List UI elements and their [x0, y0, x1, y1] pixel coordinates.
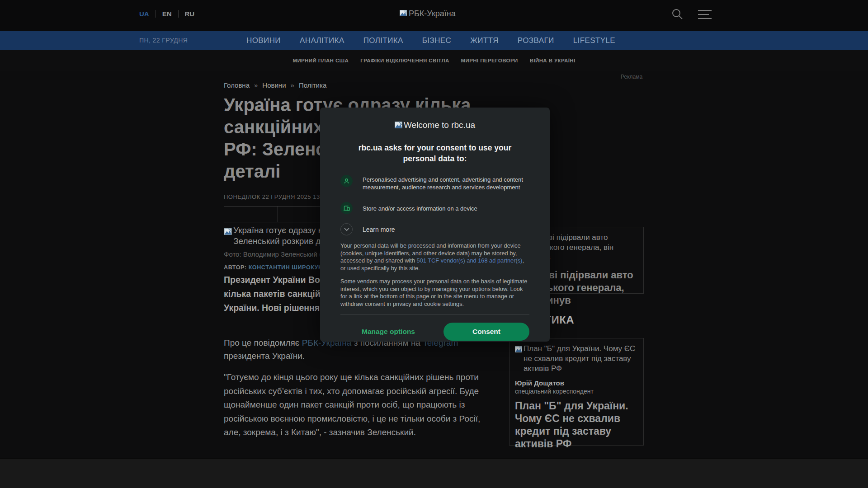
nav-item-polityka[interactable]: ПОЛІТИКА [363, 36, 403, 45]
broken-image-icon [400, 9, 407, 19]
bottom-ad-band [0, 458, 868, 488]
sidebar-author-role: спеціальний кореспондент [515, 388, 638, 395]
menu-icon[interactable] [698, 10, 712, 22]
topic-blackout-schedules[interactable]: ГРАФІКИ ВІДКЛЮЧЕННЯ СВІТЛА [360, 58, 449, 63]
nav-item-zhyttia[interactable]: ЖИТТЯ [470, 36, 499, 45]
breadcrumb: Головна » Новини » Політика [224, 81, 326, 89]
consent-purpose-store-access: Store and/or access information on a dev… [340, 202, 529, 214]
consent-paragraph-2: Some vendors may process your personal d… [340, 278, 529, 308]
manage-options-button[interactable]: Manage options [362, 328, 415, 336]
topics-bar: МИРНИЙ ПЛАН США ГРАФІКИ ВІДКЛЮЧЕННЯ СВІТ… [0, 50, 868, 71]
lang-ua[interactable]: UA [139, 10, 156, 18]
lang-ru[interactable]: RU [178, 10, 201, 18]
nav-item-novyny[interactable]: НОВИНИ [246, 36, 281, 45]
sidebar-author[interactable]: Юрій Дощатов [515, 379, 638, 387]
consent-heading: rbc.ua asks for your consent to use your… [351, 142, 519, 164]
navbar-date: ПН, 22 ГРУДНЯ [139, 37, 188, 44]
author-link[interactable]: КОНСТАНТИН ШИРОКУН [249, 264, 323, 271]
topic-peace-plan[interactable]: МИРНИЙ ПЛАН США [292, 58, 349, 63]
broken-image-icon [515, 344, 522, 374]
topic-war-in-ukraine[interactable]: ВІЙНА В УКРАЇНІ [530, 58, 576, 63]
sidebar-news-card[interactable]: План "Б" для України. Чому ЄС не схвалив… [509, 338, 644, 446]
person-check-icon [340, 175, 353, 187]
breadcrumb-news[interactable]: Новини [262, 81, 286, 89]
breadcrumb-separator: » [291, 81, 294, 89]
consent-dialog: Welcome to rbc.ua rbc.ua asks for your c… [320, 108, 550, 342]
topic-peace-talks[interactable]: МИРНІ ПЕРЕГОВОРИ [461, 58, 518, 63]
nav-item-lifestyle[interactable]: LIFESTYLE [573, 36, 615, 45]
site-logo[interactable]: РБК-Україна [400, 9, 456, 19]
sidebar-image-broken: План "Б" для України. Чому ЄС не схвалив… [515, 344, 638, 374]
language-switcher: UA EN RU [139, 10, 201, 18]
sidebar-image-alt: План "Б" для України. Чому ЄС не схвалив… [524, 344, 638, 374]
nav-item-analityka[interactable]: АНАЛІТИКА [300, 36, 344, 45]
purpose-text: Personalised advertising and content, ad… [363, 175, 529, 191]
broken-image-icon [224, 225, 232, 238]
broken-image-icon [395, 119, 402, 131]
nav-item-biznes[interactable]: БІЗНЕС [422, 36, 451, 45]
nav-item-rozvahy[interactable]: РОЗВАГИ [518, 36, 554, 45]
article-quote: "Готуємо до кінця цього року ще кілька с… [224, 371, 488, 440]
purpose-text: Store and/or access information on a dev… [363, 202, 477, 212]
learn-more-toggle[interactable]: Learn more [340, 223, 529, 235]
breadcrumb-separator: » [254, 81, 258, 89]
consent-purpose-personalised-ads: Personalised advertising and content, ad… [340, 175, 529, 191]
sidebar-headline[interactable]: План "Б" для України. Чому ЄС не схвалив… [515, 399, 638, 450]
modal-divider [340, 314, 529, 315]
paragraph-text: президента України. [224, 351, 305, 361]
article-datetime: ПОНЕДІЛОК 22 ГРУДНЯ 2025 13:23 [224, 193, 329, 200]
lang-en[interactable]: EN [156, 10, 178, 18]
site-header: UA EN RU РБК-Україна [0, 0, 868, 31]
consent-button[interactable]: Consent [443, 323, 529, 341]
author-label: АВТОР: [224, 264, 247, 271]
paragraph-text: Про це повідомляє [224, 338, 302, 347]
site-logo-text: РБК-Україна [409, 9, 456, 19]
vendors-link[interactable]: 501 TCF vendor(s) and 168 ad partner(s) [417, 257, 523, 264]
chevron-down-icon [340, 223, 353, 235]
search-icon[interactable] [670, 7, 684, 23]
consent-welcome-text: Welcome to rbc.ua [404, 120, 475, 130]
learn-more-label: Learn more [363, 226, 395, 233]
breadcrumb-home[interactable]: Головна [224, 81, 250, 89]
rbc-news-page: UA EN RU РБК-Україна ПН, 22 ГРУДНЯ НОВИН… [0, 0, 868, 488]
ad-label: Реклама [621, 74, 642, 80]
consent-welcome: Welcome to rbc.ua [340, 119, 529, 131]
main-navbar: ПН, 22 ГРУДНЯ НОВИНИ АНАЛІТИКА ПОЛІТИКА … [0, 31, 868, 50]
consent-paragraph-1: Your personal data will be processed and… [340, 242, 529, 272]
consent-buttons-row: Manage options Consent [340, 323, 529, 341]
devices-icon [340, 202, 353, 214]
share-bar [224, 206, 332, 222]
breadcrumb-politics[interactable]: Політика [299, 81, 326, 89]
share-button[interactable] [224, 206, 278, 222]
navbar-menu: НОВИНИ АНАЛІТИКА ПОЛІТИКА БІЗНЕС ЖИТТЯ Р… [246, 31, 615, 50]
